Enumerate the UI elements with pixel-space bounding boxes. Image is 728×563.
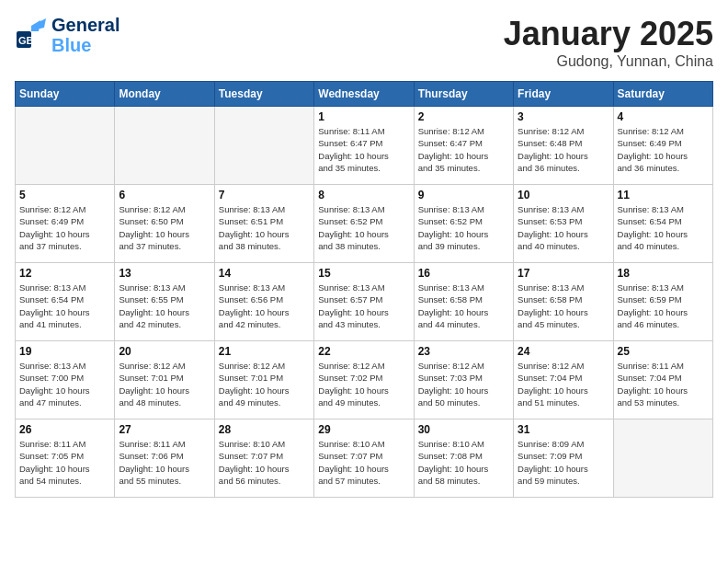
- day-info: Sunrise: 8:13 AM Sunset: 6:51 PM Dayligh…: [219, 203, 310, 252]
- calendar-week-row: 19Sunrise: 8:13 AM Sunset: 7:00 PM Dayli…: [16, 341, 713, 419]
- calendar-day-cell: 14Sunrise: 8:13 AM Sunset: 6:56 PM Dayli…: [214, 263, 313, 341]
- calendar-day-cell: 8Sunrise: 8:13 AM Sunset: 6:52 PM Daylig…: [314, 185, 414, 263]
- calendar-week-row: 1Sunrise: 8:11 AM Sunset: 6:47 PM Daylig…: [16, 107, 713, 185]
- calendar-table: SundayMondayTuesdayWednesdayThursdayFrid…: [15, 81, 713, 498]
- day-info: Sunrise: 8:12 AM Sunset: 7:01 PM Dayligh…: [219, 360, 310, 408]
- day-number: 5: [19, 189, 110, 201]
- day-number: 14: [219, 267, 310, 280]
- day-number: 11: [618, 189, 709, 201]
- calendar-day-cell: 13Sunrise: 8:13 AM Sunset: 6:55 PM Dayli…: [115, 263, 214, 341]
- calendar-week-row: 5Sunrise: 8:12 AM Sunset: 6:49 PM Daylig…: [16, 185, 713, 263]
- day-info: Sunrise: 8:12 AM Sunset: 7:02 PM Dayligh…: [318, 360, 409, 408]
- day-info: Sunrise: 8:12 AM Sunset: 6:48 PM Dayligh…: [518, 125, 609, 174]
- svg-marker-3: [37, 18, 46, 29]
- logo: GB General Blue: [15, 15, 119, 55]
- page-header: GB General Blue January 2025 Gudong, Yun…: [15, 15, 713, 70]
- weekday-header: Saturday: [613, 82, 712, 107]
- weekday-header: Tuesday: [214, 82, 313, 107]
- day-info: Sunrise: 8:12 AM Sunset: 6:49 PM Dayligh…: [19, 203, 110, 252]
- day-info: Sunrise: 8:13 AM Sunset: 7:00 PM Dayligh…: [19, 360, 110, 408]
- calendar-day-cell: 27Sunrise: 8:11 AM Sunset: 7:06 PM Dayli…: [115, 419, 214, 498]
- day-info: Sunrise: 8:12 AM Sunset: 6:50 PM Dayligh…: [119, 203, 210, 252]
- calendar-day-cell: 28Sunrise: 8:10 AM Sunset: 7:07 PM Dayli…: [214, 419, 313, 498]
- day-number: 24: [518, 345, 609, 358]
- calendar-day-cell: 17Sunrise: 8:13 AM Sunset: 6:58 PM Dayli…: [514, 263, 613, 341]
- day-info: Sunrise: 8:12 AM Sunset: 7:01 PM Dayligh…: [119, 360, 210, 408]
- title-block: January 2025 Gudong, Yunnan, China: [504, 15, 713, 70]
- svg-text:GB: GB: [18, 35, 34, 46]
- calendar-day-cell: [16, 107, 115, 185]
- calendar-day-cell: [115, 107, 214, 185]
- location: Gudong, Yunnan, China: [504, 53, 713, 70]
- day-info: Sunrise: 8:12 AM Sunset: 7:03 PM Dayligh…: [418, 360, 509, 408]
- day-info: Sunrise: 8:09 AM Sunset: 7:09 PM Dayligh…: [518, 438, 609, 487]
- calendar-day-cell: 1Sunrise: 8:11 AM Sunset: 6:47 PM Daylig…: [314, 107, 414, 185]
- calendar-day-cell: 11Sunrise: 8:13 AM Sunset: 6:54 PM Dayli…: [613, 185, 712, 263]
- calendar-week-row: 12Sunrise: 8:13 AM Sunset: 6:54 PM Dayli…: [16, 263, 713, 341]
- day-number: 19: [19, 345, 110, 358]
- calendar-day-cell: 31Sunrise: 8:09 AM Sunset: 7:09 PM Dayli…: [514, 419, 613, 498]
- day-number: 29: [318, 423, 409, 436]
- weekday-header: Friday: [514, 82, 613, 107]
- calendar-day-cell: 18Sunrise: 8:13 AM Sunset: 6:59 PM Dayli…: [613, 263, 712, 341]
- calendar-day-cell: 7Sunrise: 8:13 AM Sunset: 6:51 PM Daylig…: [214, 185, 313, 263]
- day-info: Sunrise: 8:13 AM Sunset: 6:52 PM Dayligh…: [318, 203, 409, 252]
- logo-blue: Blue: [51, 35, 119, 55]
- day-info: Sunrise: 8:12 AM Sunset: 6:47 PM Dayligh…: [418, 125, 509, 174]
- day-info: Sunrise: 8:11 AM Sunset: 6:47 PM Dayligh…: [318, 125, 409, 174]
- day-info: Sunrise: 8:13 AM Sunset: 6:54 PM Dayligh…: [19, 282, 110, 330]
- day-number: 2: [418, 110, 509, 123]
- weekday-header: Thursday: [414, 82, 513, 107]
- day-info: Sunrise: 8:13 AM Sunset: 6:58 PM Dayligh…: [418, 282, 509, 330]
- calendar-day-cell: 22Sunrise: 8:12 AM Sunset: 7:02 PM Dayli…: [314, 341, 414, 419]
- day-info: Sunrise: 8:13 AM Sunset: 6:59 PM Dayligh…: [618, 282, 709, 330]
- day-number: 7: [219, 189, 310, 201]
- calendar-day-cell: 26Sunrise: 8:11 AM Sunset: 7:05 PM Dayli…: [16, 419, 115, 498]
- day-number: 6: [119, 189, 210, 201]
- calendar-day-cell: 15Sunrise: 8:13 AM Sunset: 6:57 PM Dayli…: [314, 263, 414, 341]
- day-info: Sunrise: 8:12 AM Sunset: 6:49 PM Dayligh…: [618, 125, 709, 174]
- day-info: Sunrise: 8:11 AM Sunset: 7:04 PM Dayligh…: [618, 360, 709, 408]
- calendar-day-cell: [613, 419, 712, 498]
- day-number: 26: [19, 423, 110, 436]
- day-number: 3: [518, 110, 609, 123]
- day-info: Sunrise: 8:10 AM Sunset: 7:07 PM Dayligh…: [318, 438, 409, 487]
- day-info: Sunrise: 8:12 AM Sunset: 7:04 PM Dayligh…: [518, 360, 609, 408]
- calendar-day-cell: [214, 107, 313, 185]
- day-info: Sunrise: 8:11 AM Sunset: 7:06 PM Dayligh…: [119, 438, 210, 487]
- day-info: Sunrise: 8:13 AM Sunset: 6:55 PM Dayligh…: [119, 282, 210, 330]
- calendar-day-cell: 25Sunrise: 8:11 AM Sunset: 7:04 PM Dayli…: [613, 341, 712, 419]
- day-info: Sunrise: 8:13 AM Sunset: 6:57 PM Dayligh…: [318, 282, 409, 330]
- day-info: Sunrise: 8:10 AM Sunset: 7:07 PM Dayligh…: [219, 438, 310, 487]
- day-number: 4: [618, 110, 709, 123]
- calendar-day-cell: 19Sunrise: 8:13 AM Sunset: 7:00 PM Dayli…: [16, 341, 115, 419]
- calendar-day-cell: 4Sunrise: 8:12 AM Sunset: 6:49 PM Daylig…: [613, 107, 712, 185]
- calendar-day-cell: 24Sunrise: 8:12 AM Sunset: 7:04 PM Dayli…: [514, 341, 613, 419]
- day-number: 25: [618, 345, 709, 358]
- day-number: 22: [318, 345, 409, 358]
- calendar-day-cell: 5Sunrise: 8:12 AM Sunset: 6:49 PM Daylig…: [16, 185, 115, 263]
- calendar-day-cell: 6Sunrise: 8:12 AM Sunset: 6:50 PM Daylig…: [115, 185, 214, 263]
- day-number: 12: [19, 267, 110, 280]
- day-number: 9: [418, 189, 509, 201]
- day-number: 20: [119, 345, 210, 358]
- day-info: Sunrise: 8:13 AM Sunset: 6:53 PM Dayligh…: [518, 203, 609, 252]
- calendar-day-cell: 3Sunrise: 8:12 AM Sunset: 6:48 PM Daylig…: [514, 107, 613, 185]
- day-number: 30: [418, 423, 509, 436]
- day-number: 8: [318, 189, 409, 201]
- day-info: Sunrise: 8:13 AM Sunset: 6:54 PM Dayligh…: [618, 203, 709, 252]
- calendar-day-cell: 23Sunrise: 8:12 AM Sunset: 7:03 PM Dayli…: [414, 341, 513, 419]
- calendar-day-cell: 16Sunrise: 8:13 AM Sunset: 6:58 PM Dayli…: [414, 263, 513, 341]
- calendar-header-row: SundayMondayTuesdayWednesdayThursdayFrid…: [16, 82, 713, 107]
- calendar-day-cell: 21Sunrise: 8:12 AM Sunset: 7:01 PM Dayli…: [214, 341, 313, 419]
- day-number: 13: [119, 267, 210, 280]
- calendar-day-cell: 29Sunrise: 8:10 AM Sunset: 7:07 PM Dayli…: [314, 419, 414, 498]
- weekday-header: Wednesday: [314, 82, 414, 107]
- day-number: 23: [418, 345, 509, 358]
- weekday-header: Sunday: [16, 82, 115, 107]
- day-number: 10: [518, 189, 609, 201]
- day-info: Sunrise: 8:11 AM Sunset: 7:05 PM Dayligh…: [19, 438, 110, 487]
- calendar-day-cell: 12Sunrise: 8:13 AM Sunset: 6:54 PM Dayli…: [16, 263, 115, 341]
- day-number: 15: [318, 267, 409, 280]
- day-number: 21: [219, 345, 310, 358]
